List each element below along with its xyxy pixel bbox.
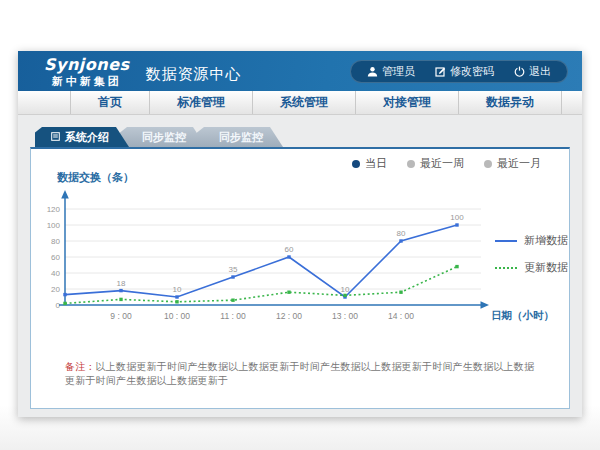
y-tick-label: 80 [51, 237, 60, 246]
current-user-label: 管理员 [382, 64, 415, 79]
x-tick-label: 13 : 00 [332, 311, 358, 321]
chart-panel: 当日 最近一周 最近一月 数据交换（条） 0204060801001209 : … [30, 147, 570, 409]
tab-bar: 系统介绍 同步监控 同步监控 [35, 127, 570, 147]
y-tick-label: 100 [47, 221, 61, 230]
data-point-label: 35 [229, 265, 238, 274]
main-nav: 首页 标准管理 系统管理 对接管理 数据异动 [18, 91, 582, 115]
data-point-update-data [399, 291, 402, 294]
x-tick-label: 9 : 00 [110, 311, 132, 321]
x-axis-title: 日期（小时） [491, 309, 554, 322]
company-logo: Synjones 新中新集团 [44, 55, 130, 87]
content-area: 系统介绍 同步监控 同步监控 当日 最近一周 [18, 115, 582, 417]
time-range-filters: 当日 最近一周 最近一月 [352, 156, 541, 171]
nav-item-data-change[interactable]: 数据异动 [459, 91, 562, 114]
header-action-bar: 管理员 修改密码 退出 [350, 60, 568, 83]
x-axis-arrow-icon [481, 301, 490, 309]
legend-label: 新增数据 [524, 233, 568, 248]
data-point-label: 80 [397, 229, 406, 238]
legend-label: 更新数据 [524, 260, 568, 275]
footnote-label: 备注： [65, 361, 96, 372]
chart-legend: 新增数据 更新数据 [495, 233, 568, 287]
x-tick-label: 14 : 00 [388, 311, 414, 321]
y-axis-arrow-icon [61, 190, 69, 199]
logout-button[interactable]: 退出 [504, 64, 561, 79]
data-point-update-data [343, 294, 346, 297]
current-user-button[interactable]: 管理员 [357, 64, 425, 79]
data-point-new-data [399, 239, 402, 242]
nav-item-system-mgmt[interactable]: 系统管理 [253, 91, 356, 114]
data-point-update-data [63, 302, 66, 305]
x-tick-label: 12 : 00 [276, 311, 302, 321]
app-window: Synjones 新中新集团 数据资源中心 管理员 修改密码 退出 [18, 51, 582, 417]
data-point-label: 18 [117, 279, 126, 288]
filter-label: 最近一月 [497, 156, 541, 171]
app-header: Synjones 新中新集团 数据资源中心 管理员 修改密码 退出 [18, 51, 582, 91]
legend-item-new-data[interactable]: 新增数据 [495, 233, 568, 248]
page-title: 数据资源中心 [146, 65, 242, 84]
change-password-label: 修改密码 [450, 64, 494, 79]
logo-wordmark: Synjones [44, 55, 130, 74]
x-tick-label: 11 : 00 [220, 311, 246, 321]
y-tick-label: 20 [51, 285, 60, 294]
tab-system-intro[interactable]: 系统介绍 [35, 127, 129, 147]
x-tick-label: 10 : 00 [164, 311, 190, 321]
filter-label: 当日 [365, 156, 387, 171]
dotted-line-swatch-icon [495, 267, 517, 269]
nav-item-interface-mgmt[interactable]: 对接管理 [356, 91, 459, 114]
logo-company-name: 新中新集团 [44, 76, 130, 87]
tab-label: 同步监控 [219, 127, 263, 147]
data-point-label: 10 [341, 285, 350, 294]
data-point-update-data [287, 291, 290, 294]
data-point-new-data [455, 223, 458, 226]
user-icon [367, 66, 378, 77]
data-point-new-data [231, 275, 234, 278]
data-point-new-data [119, 289, 122, 292]
y-tick-label: 40 [51, 269, 60, 278]
footnote-text: 以上数据更新于时间产生数据以上数据更新于时间产生数据以上数据更新于时间产生数据以… [65, 361, 534, 386]
data-point-label: 60 [285, 245, 294, 254]
filter-label: 最近一周 [420, 156, 464, 171]
data-point-label: 10 [173, 285, 182, 294]
edit-icon [435, 66, 446, 77]
nav-item-standard-mgmt[interactable]: 标准管理 [150, 91, 253, 114]
filter-last-week[interactable]: 最近一周 [407, 156, 464, 171]
data-point-new-data [287, 255, 290, 258]
change-password-button[interactable]: 修改密码 [425, 64, 504, 79]
radio-dot-icon [407, 160, 415, 168]
document-icon [51, 127, 60, 147]
nav-item-home[interactable]: 首页 [70, 91, 150, 114]
data-point-label: 100 [450, 213, 464, 222]
filter-last-month[interactable]: 最近一月 [484, 156, 541, 171]
footnote: 备注：以上数据更新于时间产生数据以上数据更新于时间产生数据以上数据更新于时间产生… [65, 360, 539, 388]
tab-label: 同步监控 [142, 127, 186, 147]
tab-sync-monitor-2[interactable]: 同步监控 [197, 127, 283, 147]
y-axis-title: 数据交换（条） [57, 170, 134, 185]
data-point-new-data [175, 295, 178, 298]
logout-label: 退出 [529, 64, 551, 79]
y-tick-label: 60 [51, 253, 60, 262]
y-tick-label: 120 [47, 205, 61, 214]
solid-line-swatch-icon [495, 240, 517, 242]
filter-today[interactable]: 当日 [352, 156, 387, 171]
power-icon [514, 66, 525, 77]
data-point-update-data [455, 265, 458, 268]
data-point-update-data [231, 299, 234, 302]
legend-item-update-data[interactable]: 更新数据 [495, 260, 568, 275]
radio-dot-icon [484, 160, 492, 168]
data-point-update-data [175, 300, 178, 303]
radio-dot-icon [352, 160, 360, 168]
data-point-new-data [63, 293, 66, 296]
tab-label: 系统介绍 [65, 127, 109, 147]
tab-sync-monitor-1[interactable]: 同步监控 [120, 127, 206, 147]
data-point-update-data [119, 298, 122, 301]
